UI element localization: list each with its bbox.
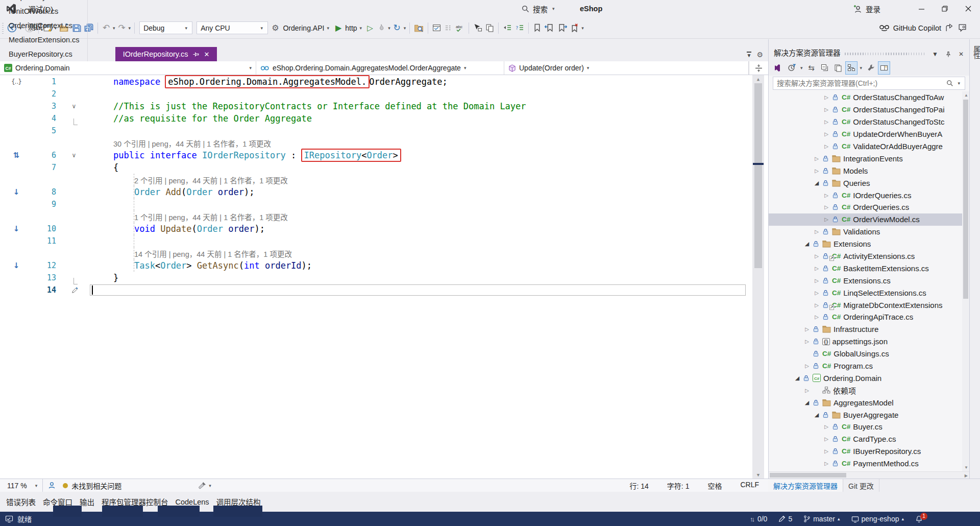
- document-tab-active[interactable]: IOrderRepository.cs ✕: [115, 47, 217, 61]
- expander-icon[interactable]: ◢: [813, 412, 820, 418]
- restore-button[interactable]: [933, 0, 957, 17]
- scroll-up-icon[interactable]: ▲: [964, 93, 968, 98]
- tree-item[interactable]: ▷Models: [769, 164, 969, 177]
- scrollbar-thumb[interactable]: [770, 473, 846, 477]
- repository-selector[interactable]: peng-eshop ▴: [851, 515, 904, 523]
- tree-item[interactable]: ▷C#↗MigrateDbContextExtensions: [769, 299, 969, 311]
- document-tab[interactable]: MediatorExtension.cs: [1, 33, 88, 47]
- code-editor[interactable]: {‥}1namespace eShop.Ordering.Domain.Aggr…: [0, 75, 768, 479]
- expander-icon[interactable]: ▷: [823, 144, 830, 149]
- expander-icon[interactable]: ▷: [823, 217, 830, 222]
- tree-item[interactable]: ▷C#LinqSelectExtensions.cs: [769, 286, 969, 299]
- scroll-right-icon[interactable]: ▶: [965, 473, 968, 478]
- show-all-files-icon[interactable]: [846, 62, 857, 74]
- chevron-down-icon[interactable]: ▾: [403, 26, 407, 31]
- column-indicator[interactable]: 字符: 1: [667, 481, 690, 491]
- scrollbar-thumb[interactable]: [963, 100, 968, 299]
- expander-icon[interactable]: ◢: [803, 399, 811, 406]
- document-tab[interactable]: BuyerRepository.cs: [1, 47, 88, 61]
- restart-icon[interactable]: ↻: [391, 21, 403, 35]
- expander-icon[interactable]: ▷: [813, 290, 820, 296]
- tree-item[interactable]: ▷C#OrderStatusChangedToAw: [769, 91, 969, 104]
- inheritance-margin-icon[interactable]: ↓: [13, 187, 20, 197]
- expander-icon[interactable]: ▷: [823, 193, 830, 198]
- type-dropdown[interactable]: eShop.Ordering.Domain.AggregatesModel.Or…: [256, 61, 504, 75]
- expander-icon[interactable]: ▷: [823, 107, 830, 112]
- tree-item[interactable]: ▷{}appsettings.json: [769, 336, 969, 348]
- expander-icon[interactable]: ▷: [823, 131, 830, 137]
- line-indicator[interactable]: 行: 14: [630, 481, 649, 491]
- tree-item[interactable]: ▷C#OrderingApiTrace.cs: [769, 311, 969, 323]
- next-bookmark-icon[interactable]: [556, 21, 569, 35]
- scroll-down-icon[interactable]: ▼: [964, 465, 968, 470]
- github-copilot-button[interactable]: GitHub Copilot: [879, 23, 967, 33]
- indent-decrease-icon[interactable]: [501, 21, 513, 35]
- properties-tool-window-tab[interactable]: 属性: [970, 39, 980, 65]
- previous-bookmark-icon[interactable]: [543, 21, 556, 35]
- expander-icon[interactable]: ◢: [813, 180, 820, 186]
- tree-item[interactable]: ▷C#IOrderQueries.cs: [769, 189, 969, 201]
- tree-item[interactable]: ▷C#Extensions.cs: [769, 274, 969, 286]
- undo-icon[interactable]: ↶: [101, 21, 112, 35]
- expander-icon[interactable]: ▷: [813, 229, 820, 234]
- tree-item[interactable]: ▷C#OrderStatusChangedToStc: [769, 116, 969, 128]
- spell-check-icon[interactable]: abc: [454, 21, 466, 35]
- expander-icon[interactable]: ▷: [823, 94, 830, 100]
- platform-select[interactable]: Any CPU▾: [197, 21, 268, 34]
- document-health-indicator[interactable]: 未找到相关问题: [63, 481, 121, 491]
- inheritance-margin-icon[interactable]: ⇅: [13, 151, 20, 160]
- pending-edits-button[interactable]: 5: [778, 515, 792, 523]
- expander-icon[interactable]: ▷: [803, 339, 811, 344]
- fold-collapse-icon[interactable]: ∨: [72, 103, 77, 110]
- expander-icon[interactable]: ▷: [813, 314, 820, 320]
- copilot-share-icon[interactable]: [945, 23, 954, 32]
- tree-item[interactable]: ◢C#Ordering.Domain: [769, 372, 969, 384]
- fold-collapse-icon[interactable]: ∨: [72, 152, 77, 159]
- code-cleanup-button[interactable]: ▾: [198, 482, 212, 490]
- tree-item[interactable]: ▷依赖项: [769, 384, 969, 396]
- expander-icon[interactable]: ▷: [823, 436, 830, 442]
- document-tab[interactable]: IRepository.cs: [1, 0, 88, 4]
- tree-item[interactable]: ▷C#Program.cs: [769, 360, 969, 372]
- properties-pages-icon[interactable]: [832, 62, 844, 74]
- tree-item[interactable]: ◢Queries: [769, 177, 969, 189]
- tab-git-changes[interactable]: Git 更改: [843, 479, 879, 492]
- view-code-wrench-icon[interactable]: [865, 62, 876, 74]
- sync-with-active-document-icon[interactable]: ⇆: [806, 62, 817, 74]
- minimize-button[interactable]: [910, 0, 933, 17]
- expander-icon[interactable]: ▷: [803, 388, 811, 393]
- expander-icon[interactable]: ▷: [813, 302, 820, 308]
- expander-icon[interactable]: ▷: [813, 278, 820, 283]
- expander-icon[interactable]: ◢: [794, 375, 801, 381]
- expander-icon[interactable]: ▷: [823, 119, 830, 125]
- expander-icon[interactable]: ▷: [813, 168, 820, 174]
- search-icon[interactable]: [946, 80, 953, 87]
- chevron-down-icon[interactable]: ▾: [128, 26, 132, 31]
- pending-changes-filter-icon[interactable]: [786, 62, 797, 74]
- select-to-cursor-icon[interactable]: [472, 21, 484, 35]
- codelens-info[interactable]: 14 个引用 | peng，44 天前 | 1 名作者，1 项更改: [113, 248, 292, 259]
- tree-scrollbar[interactable]: ▲ ▼: [962, 91, 969, 471]
- tree-item[interactable]: ▷C#PaymentMethod.cs: [769, 458, 969, 470]
- close-tab-icon[interactable]: ✕: [204, 51, 209, 58]
- clear-bookmarks-icon[interactable]: [569, 21, 580, 35]
- hot-reload-flame-icon[interactable]: [376, 21, 387, 35]
- chevron-down-icon[interactable]: ▼: [930, 51, 940, 58]
- spaces-indicator[interactable]: 空格: [707, 481, 722, 491]
- pin-icon[interactable]: [944, 51, 953, 58]
- branch-selector[interactable]: master ▴: [803, 515, 840, 523]
- tree-item[interactable]: ▷C#↗ActivityExtensions.cs: [769, 250, 969, 262]
- scroll-down-icon[interactable]: ▼: [752, 471, 764, 479]
- tree-item[interactable]: ◢Extensions: [769, 238, 969, 250]
- notifications-button[interactable]: 1: [915, 515, 923, 523]
- start-debugging-button[interactable]: ▶http▾: [332, 21, 364, 35]
- expander-icon[interactable]: ▷: [813, 253, 820, 259]
- tool-window-tab[interactable]: 错误列表: [6, 496, 36, 507]
- duplicate-lines-icon[interactable]: [484, 21, 496, 35]
- expander-icon[interactable]: ▷: [803, 326, 811, 332]
- project-dropdown[interactable]: C# Ordering.Domain ▾: [0, 61, 256, 75]
- tree-item[interactable]: ▷C#OrderStatusChangedToPai: [769, 104, 969, 116]
- tree-item[interactable]: ▷C#CardType.cs: [769, 433, 969, 445]
- editor-scrollbar[interactable]: ▲ ▼: [752, 75, 764, 479]
- search-box[interactable]: 搜索 ▾: [522, 4, 556, 14]
